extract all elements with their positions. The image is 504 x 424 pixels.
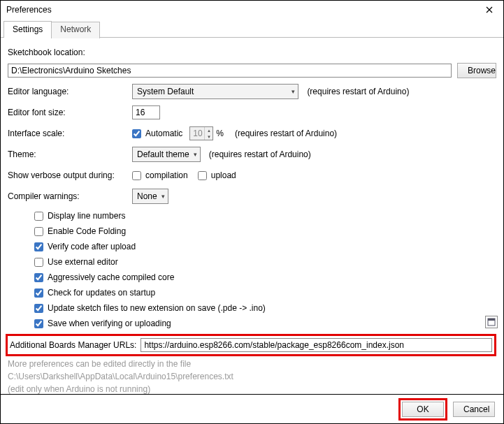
external-editor-label: Use external editor xyxy=(48,257,118,267)
theme-label: Theme: xyxy=(8,149,132,159)
close-icon xyxy=(486,6,493,13)
check-updates-label: Check for updates on startup xyxy=(48,288,155,298)
boards-urls-label: Additional Boards Manager URLs: xyxy=(10,340,141,350)
chevron-down-icon: ▾ xyxy=(291,88,295,95)
display-line-numbers-label: Display line numbers xyxy=(48,211,125,221)
sketchbook-input[interactable] xyxy=(8,64,452,78)
sketchbook-label: Sketchbook location: xyxy=(8,47,132,57)
automatic-checkbox[interactable] xyxy=(132,129,141,138)
ok-button[interactable]: OK xyxy=(402,402,444,417)
titlebar: Preferences xyxy=(1,1,503,19)
verify-after-upload-label: Verify code after upload xyxy=(48,242,136,251)
automatic-label: Automatic xyxy=(145,129,182,138)
display-line-numbers-checkbox[interactable] xyxy=(34,212,43,221)
aggr-cache-label: Aggressively cache compiled core xyxy=(48,272,174,282)
chevron-down-icon: ▾ xyxy=(194,151,197,158)
prefs-note-3: (edit only when Arduino is not running) xyxy=(8,384,496,394)
boards-urls-input[interactable] xyxy=(141,338,492,352)
restart-hint-2: (requires restart of Arduino) xyxy=(235,129,337,138)
verbose-upload-label: upload xyxy=(211,170,236,180)
compiler-warnings-select[interactable]: None▾ xyxy=(132,189,168,204)
tab-settings[interactable]: Settings xyxy=(3,21,52,38)
check-updates-checkbox[interactable] xyxy=(34,288,43,298)
theme-select[interactable]: Default theme▾ xyxy=(132,147,201,162)
aggr-cache-checkbox[interactable] xyxy=(34,273,43,282)
expand-urls-button[interactable] xyxy=(485,316,498,328)
editor-font-input[interactable] xyxy=(132,105,160,119)
scale-spinner[interactable]: ▲▼ xyxy=(189,126,213,140)
save-verify-label: Save when verifying or uploading xyxy=(48,319,171,328)
chevron-down-icon: ▾ xyxy=(161,193,165,200)
prefs-note-1: More preferences can be edited directly … xyxy=(8,359,496,369)
percent-label: % xyxy=(216,129,224,138)
verbose-compilation-checkbox[interactable] xyxy=(132,171,141,180)
dialog-footer: OK Cancel xyxy=(1,394,503,423)
tabs: Settings Network xyxy=(1,20,503,38)
editor-language-label: Editor language: xyxy=(8,87,132,96)
verbose-compilation-label: compilation xyxy=(145,170,188,180)
external-editor-checkbox[interactable] xyxy=(34,258,43,267)
compiler-warnings-label: Compiler warnings: xyxy=(8,191,132,201)
editor-language-select[interactable]: System Default▾ xyxy=(132,84,298,99)
verbose-label: Show verbose output during: xyxy=(8,170,132,180)
verify-after-upload-checkbox[interactable] xyxy=(34,242,43,251)
tab-network[interactable]: Network xyxy=(51,22,100,38)
save-verify-checkbox[interactable] xyxy=(34,319,43,328)
enable-folding-label: Enable Code Folding xyxy=(48,226,126,236)
spinner-up[interactable]: ▲ xyxy=(204,127,213,133)
interface-scale-label: Interface scale: xyxy=(8,129,132,138)
verbose-upload-checkbox[interactable] xyxy=(198,171,207,180)
update-ext-label: Update sketch files to new extension on … xyxy=(48,303,266,313)
browse-button[interactable]: Browse xyxy=(457,63,496,78)
restart-hint: (requires restart of Arduino) xyxy=(307,87,409,96)
window-title: Preferences xyxy=(6,5,52,15)
enable-folding-checkbox[interactable] xyxy=(34,227,43,236)
update-ext-checkbox[interactable] xyxy=(34,304,43,313)
restart-hint-3: (requires restart of Arduino) xyxy=(209,149,311,159)
settings-panel: Sketchbook location: Browse Editor langu… xyxy=(1,38,503,394)
spinner-down[interactable]: ▼ xyxy=(204,133,213,140)
svg-rect-1 xyxy=(488,319,495,321)
ok-highlight: OK xyxy=(398,398,447,421)
editor-font-label: Editor font size: xyxy=(8,108,132,117)
prefs-file-path: C:\Users\Darkshell\AppData\Local\Arduino… xyxy=(8,372,496,381)
close-button[interactable] xyxy=(475,1,503,19)
window-icon xyxy=(487,318,496,326)
cancel-button[interactable]: Cancel xyxy=(453,402,495,417)
